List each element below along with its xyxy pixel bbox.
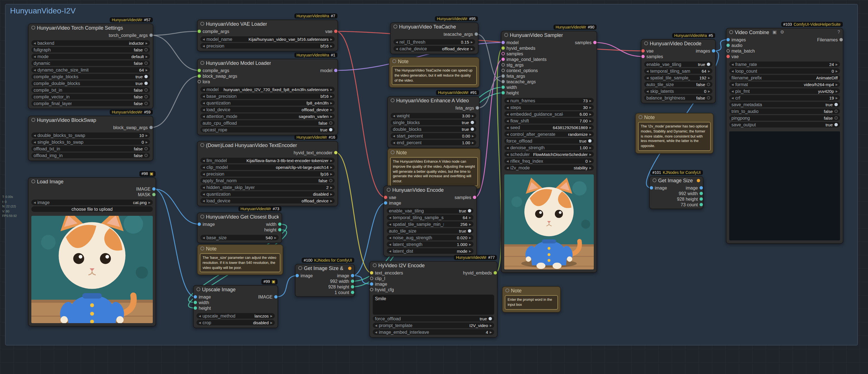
collapse-dot[interactable] [298,266,302,270]
input-slot-width[interactable]: width [501,84,517,90]
widget-model-name[interactable]: ◀model_nameKijai/hunyuan_video_vae_bf16.… [200,36,335,42]
input-slot-dot[interactable] [197,223,201,226]
widget-balance-brightness[interactable]: balance_brightnessfalse [644,95,712,101]
combo-right-arrow[interactable]: ▶ [472,114,474,117]
combo-left-arrow[interactable]: ◀ [203,192,205,196]
input-slot-dot[interactable] [501,74,505,78]
widget-compile-single-blocks[interactable]: compile_single_blockstrue [31,74,150,79]
widget-latent-strength[interactable]: ◀latent_strength1.000▶ [387,241,473,247]
widget-clip-model[interactable]: ◀clip_modelopenai/clip-vit-large-patch14… [200,164,335,170]
input-slot-feta-args[interactable]: feta_args [501,73,525,79]
widget-temporal-tiling-sample-size[interactable]: ◀temporal_tiling_sample_size64▶ [387,215,473,220]
combo-left-arrow[interactable]: ◀ [506,166,509,169]
input-slot-dot[interactable] [194,306,197,310]
widget-dynamic[interactable]: dynamicfalse [31,60,150,66]
widget-crop[interactable]: ◀cropdisabled▶ [196,320,275,326]
combo-left-arrow[interactable]: ◀ [389,236,391,239]
input-slot-hyvid-embeds[interactable]: hyvid_embeds [501,45,535,51]
input-slot-image[interactable]: image [197,222,215,227]
node-header[interactable]: HunyuanVideo TeaCache [391,23,478,30]
toggle-dot[interactable] [834,109,838,113]
output-slot-height[interactable]: 928 height [677,196,703,202]
combo-right-arrow[interactable]: ▶ [471,47,473,50]
widget-image-embed-interleave[interactable]: ◀image_embed_interleave4▶ [373,329,494,335]
combo-left-arrow[interactable]: ◀ [34,134,36,137]
combo-right-arrow[interactable]: ▶ [146,41,148,45]
toggle-dot[interactable] [145,154,148,157]
collapse-dot[interactable] [505,288,509,293]
widget-pix-fmt[interactable]: ◀pix_fmtyuv420p▶ [729,88,840,94]
node-header[interactable]: Get Image Size & Count [296,265,354,272]
input-slot-lora[interactable]: lora [197,79,210,84]
node-get-image-size-count-101[interactable]: #101KJNodes for ComfyUIGet Image Size & … [649,176,704,209]
widget-fullgraph[interactable]: fullgraphfalse [31,47,150,53]
toggle-dot[interactable] [329,121,333,125]
toggle-dot[interactable] [145,102,148,105]
output-slot-count[interactable]: 1 count [335,290,354,295]
output-slot-dot[interactable] [700,203,703,206]
widget-embedded-guidance-scale[interactable]: ◀embedded_guidance_scale6.00▶ [504,111,594,117]
combo-left-arrow[interactable]: ◀ [34,201,36,204]
toggle-dot[interactable] [145,81,148,85]
output-slot-torch-compile-args[interactable]: torch_compile_args [108,32,153,38]
combo-left-arrow[interactable]: ◀ [203,185,205,189]
output-slot-dot[interactable] [334,69,338,72]
widget-pingpong[interactable]: pingpongfalse [729,115,840,121]
combo-left-arrow[interactable]: ◀ [506,146,509,149]
widget-auto-cpu-offload[interactable]: auto_cpu_offloadfalse [200,120,335,126]
input-slot-dot[interactable] [641,49,645,53]
input-slot-dot[interactable] [370,271,373,274]
input-slot-height[interactable]: height [194,305,211,311]
input-slot-samples[interactable]: samples [501,51,523,57]
node-note-n4[interactable]: NoteThe 'i2v_mode' parameter has two opt… [635,113,714,154]
combo-right-arrow[interactable]: ▶ [589,112,592,116]
widget-force-offload[interactable]: force_offloadtrue [504,138,594,144]
node-header[interactable]: Note [502,287,560,294]
toggle-dot[interactable] [145,147,148,150]
combo-left-arrow[interactable]: ◀ [506,99,509,102]
combo-right-arrow[interactable]: ▶ [589,99,592,102]
output-slot-image[interactable]: IMAGE [258,294,278,300]
input-slot-text-encoders[interactable]: text_encoders [370,270,403,276]
combo-right-arrow[interactable]: ▶ [330,108,333,111]
node-header[interactable]: Get Image Size & Count [650,177,703,184]
input-slot-image-cond-latents[interactable]: image_cond_latents [501,57,547,62]
combo-left-arrow[interactable]: ◀ [732,83,734,86]
output-slot-dot[interactable] [593,41,596,44]
output-slot-vae[interactable]: vae [325,29,338,34]
combo-left-arrow[interactable]: ◀ [389,243,391,246]
input-slot-dot[interactable] [194,295,197,299]
widget-save-metadata[interactable]: save_metadatatrue [729,102,840,107]
combo-left-arrow[interactable]: ◀ [506,106,509,109]
combo-right-arrow[interactable]: ▶ [330,172,333,175]
input-slot-width[interactable]: width [194,300,209,305]
node-video-combine-103[interactable]: #103ComfyUI-VideoHelperSuiteVideo Combin… [726,28,843,244]
node-header[interactable]: HyVideo I2V Encode [370,262,497,269]
output-slot-dot[interactable] [334,151,338,154]
widget-base-size[interactable]: ◀base_size540▶ [200,235,279,240]
input-slot-hyvid-cfg[interactable]: hyvid_cfg [370,287,394,293]
widget-force-offload[interactable]: force_offloadtrue [373,316,494,321]
node-header[interactable]: HunyuanVideo Model Loader [197,59,338,67]
output-slot-dot[interactable] [712,49,715,53]
gear-icon[interactable]: ⚙ [780,30,784,35]
combo-right-arrow[interactable]: ▶ [589,133,592,136]
node-header[interactable]: Note [636,113,713,121]
toggle-dot[interactable] [145,62,148,65]
input-slot-audio[interactable]: audio [726,42,742,48]
widget-model[interactable]: ◀modelhunyuan_video_I2V_720_fixed_fp8_e4… [200,87,335,92]
combo-right-arrow[interactable]: ▶ [330,166,333,169]
widget-load-device[interactable]: ◀load_deviceoffload_device▶ [200,198,335,203]
toggle-dot[interactable] [707,96,710,100]
node-hunyuanvideo-vae-loader-7[interactable]: HunyuanVideoWra#7HunyuanVideo VAE Loader… [197,20,338,52]
widget-enable-vae-tiling[interactable]: enable_vae_tilingtrue [644,62,712,67]
combo-left-arrow[interactable]: ◀ [34,55,36,58]
collapse-dot[interactable] [31,118,35,122]
input-slot-block-swap-args[interactable]: block_swap_args [197,73,237,79]
widget-enable-vae-tiling[interactable]: enable_vae_tilingtrue [387,208,473,213]
combo-right-arrow[interactable]: ▶ [469,236,471,239]
input-slot-dot[interactable] [384,196,387,199]
combo-right-arrow[interactable]: ▶ [589,166,592,169]
widget-spatial-tile-sample-min-size[interactable]: ◀spatial_tile_sample_min_size256▶ [387,222,473,227]
widget-precision[interactable]: ◀precisionbf16▶ [200,43,335,48]
